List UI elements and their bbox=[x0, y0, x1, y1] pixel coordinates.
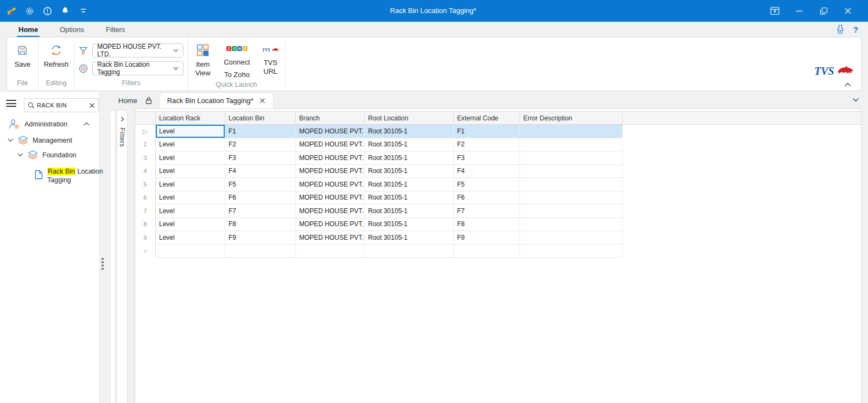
grid-cell[interactable] bbox=[520, 178, 623, 191]
grid-cell[interactable]: F7 bbox=[225, 204, 296, 218]
chevron-up-icon[interactable] bbox=[84, 122, 90, 126]
help-button[interactable]: ? bbox=[853, 25, 858, 34]
grid-cell[interactable]: Level bbox=[156, 165, 225, 178]
row-number[interactable]: 6 bbox=[135, 191, 156, 205]
column-header-error-description[interactable]: Error Description bbox=[520, 112, 623, 124]
tvs-url-button[interactable]: TVS TVS URL bbox=[257, 44, 284, 79]
ribbon-tab-home[interactable]: Home bbox=[18, 25, 38, 34]
grid-cell[interactable]: Root 30105-1 bbox=[365, 138, 454, 152]
column-header-location-bin[interactable]: Location Bin bbox=[225, 112, 296, 124]
tree-item-management[interactable]: Management bbox=[8, 136, 72, 145]
close-tab-icon[interactable] bbox=[259, 98, 265, 104]
grid-cell[interactable]: F8 bbox=[225, 218, 296, 232]
tree-item-rack-bin-location-tagging[interactable]: Rack Bin Location Tagging bbox=[35, 167, 104, 184]
column-header-external-code[interactable]: External Code bbox=[454, 112, 520, 124]
grid-cell[interactable]: MOPED HOUSE PVT. L... bbox=[296, 191, 365, 205]
grid-cell-empty[interactable] bbox=[225, 245, 296, 258]
column-header-root-location[interactable]: Root Location bbox=[365, 112, 454, 124]
close-button[interactable] bbox=[843, 6, 853, 16]
search-input[interactable] bbox=[37, 102, 87, 108]
grid-cell[interactable]: F7 bbox=[454, 204, 520, 218]
grid-cell[interactable]: Root 30105-1 bbox=[365, 218, 454, 232]
grid-cell[interactable] bbox=[520, 204, 623, 218]
grid-cell[interactable]: Level bbox=[156, 204, 225, 218]
grid-cell[interactable]: F4 bbox=[225, 165, 296, 178]
grid-cell[interactable] bbox=[520, 138, 623, 152]
grid-cell[interactable] bbox=[520, 218, 623, 232]
grid-cell[interactable]: Level bbox=[156, 125, 225, 138]
grid-row[interactable]: ▷LevelF1MOPED HOUSE PVT. L...Root 30105-… bbox=[135, 125, 861, 138]
grid-row[interactable]: 2LevelF2MOPED HOUSE PVT. L...Root 30105-… bbox=[135, 138, 861, 152]
dock-window-button[interactable] bbox=[770, 6, 780, 16]
current-row-indicator[interactable]: ▷ bbox=[135, 125, 156, 138]
chevron-right-icon[interactable] bbox=[121, 116, 124, 122]
notifications-bell-icon[interactable] bbox=[60, 6, 70, 16]
grid-cell-empty[interactable] bbox=[156, 245, 225, 258]
ribbon-collapse-chevron-icon[interactable] bbox=[844, 82, 851, 87]
grid-cell[interactable]: Root 30105-1 bbox=[365, 165, 454, 178]
grid-cell[interactable]: MOPED HOUSE PVT. L... bbox=[296, 218, 365, 232]
grid-cell[interactable]: MOPED HOUSE PVT. L... bbox=[296, 138, 365, 152]
grid-cell[interactable]: Root 30105-1 bbox=[365, 191, 454, 205]
grid-cell[interactable]: F2 bbox=[225, 138, 296, 152]
grid-cell[interactable]: MOPED HOUSE PVT. L... bbox=[296, 165, 365, 178]
restore-button[interactable] bbox=[819, 6, 828, 16]
grid-cell[interactable]: F5 bbox=[225, 178, 296, 191]
column-header-branch[interactable]: Branch bbox=[296, 112, 365, 124]
titlebar-more-chevron-icon[interactable] bbox=[78, 6, 88, 16]
row-number[interactable]: 8 bbox=[135, 218, 156, 232]
ribbon-tab-filters[interactable]: Filters bbox=[106, 25, 125, 34]
filters-collapsed-panel[interactable]: Filters bbox=[117, 110, 128, 403]
tree-item-administration[interactable]: Administration bbox=[9, 118, 95, 130]
grid-row[interactable]: 5LevelF5MOPED HOUSE PVT. L...Root 30105-… bbox=[135, 178, 861, 191]
grid-cell[interactable]: MOPED HOUSE PVT. L... bbox=[296, 178, 365, 191]
row-number[interactable]: 2 bbox=[135, 138, 156, 152]
grid-cell[interactable]: Root 30105-1 bbox=[365, 204, 454, 218]
settings-gear-icon[interactable] bbox=[24, 6, 34, 16]
grid-new-row[interactable]: ☼ bbox=[135, 245, 861, 258]
grid-cell[interactable]: F6 bbox=[225, 191, 296, 205]
refresh-button[interactable]: Refresh bbox=[44, 37, 69, 78]
grid-cell[interactable] bbox=[520, 231, 623, 245]
connect-to-zoho-button[interactable]: Z O H O Connect To Zoho bbox=[224, 44, 250, 79]
tree-item-foundation[interactable]: Foundation bbox=[17, 150, 77, 159]
grid-row[interactable]: 3LevelF3MOPED HOUSE PVT. L...Root 30105-… bbox=[135, 151, 861, 165]
company-filter-select[interactable]: MOPED HOUSE PVT. LTD. bbox=[92, 43, 183, 57]
grid-cell[interactable] bbox=[520, 151, 623, 165]
chevron-down-icon[interactable] bbox=[8, 138, 14, 142]
grid-row[interactable]: 9LevelF9MOPED HOUSE PVT. L...Root 30105-… bbox=[135, 231, 861, 245]
tab-list-chevron-icon[interactable] bbox=[852, 98, 859, 102]
grid-cell[interactable]: F5 bbox=[454, 178, 520, 191]
row-number[interactable]: 7 bbox=[135, 204, 156, 218]
minimize-button[interactable] bbox=[794, 6, 804, 16]
grid-row[interactable]: 7LevelF7MOPED HOUSE PVT. L...Root 30105-… bbox=[135, 204, 861, 218]
grid-cell[interactable]: F8 bbox=[454, 218, 520, 232]
sidebar-splitter[interactable] bbox=[100, 92, 106, 403]
grid-cell[interactable]: Level bbox=[156, 191, 225, 205]
alerts-info-icon[interactable] bbox=[42, 6, 52, 16]
grid-cell[interactable]: Root 30105-1 bbox=[365, 125, 454, 138]
row-number[interactable]: 9 bbox=[135, 231, 156, 245]
grid-cell[interactable]: Level bbox=[156, 218, 225, 232]
grid-cell-empty[interactable] bbox=[365, 245, 454, 258]
grid-cell[interactable] bbox=[520, 125, 623, 138]
column-header-location-rack[interactable]: Location Rack bbox=[156, 112, 225, 124]
doc-tab-rack-bin-location-tagging[interactable]: Rack Bin Location Tagging* bbox=[159, 92, 274, 108]
grid-cell[interactable]: F1 bbox=[454, 125, 520, 138]
grid-cell[interactable]: Level bbox=[156, 138, 225, 152]
sidebar-search[interactable] bbox=[24, 98, 99, 112]
grid-cell[interactable]: MOPED HOUSE PVT. L... bbox=[296, 125, 365, 138]
item-view-button[interactable]: Item View bbox=[188, 44, 217, 79]
grid-cell[interactable]: F3 bbox=[454, 151, 520, 165]
theme-brush-icon[interactable] bbox=[836, 24, 845, 34]
splitter-handle-icon[interactable] bbox=[102, 258, 104, 270]
grid-cell[interactable]: F4 bbox=[454, 165, 520, 178]
grid-cell[interactable]: F1 bbox=[225, 125, 296, 138]
grid-row[interactable]: 4LevelF4MOPED HOUSE PVT. L...Root 30105-… bbox=[135, 165, 861, 178]
chevron-down-icon[interactable] bbox=[17, 153, 23, 157]
grid-cell[interactable]: F9 bbox=[454, 231, 520, 245]
grid-cell[interactable] bbox=[520, 191, 623, 205]
grid-cell-empty[interactable] bbox=[520, 245, 623, 258]
doc-tab-home[interactable]: Home bbox=[118, 97, 137, 105]
hamburger-menu-icon[interactable] bbox=[6, 100, 16, 107]
